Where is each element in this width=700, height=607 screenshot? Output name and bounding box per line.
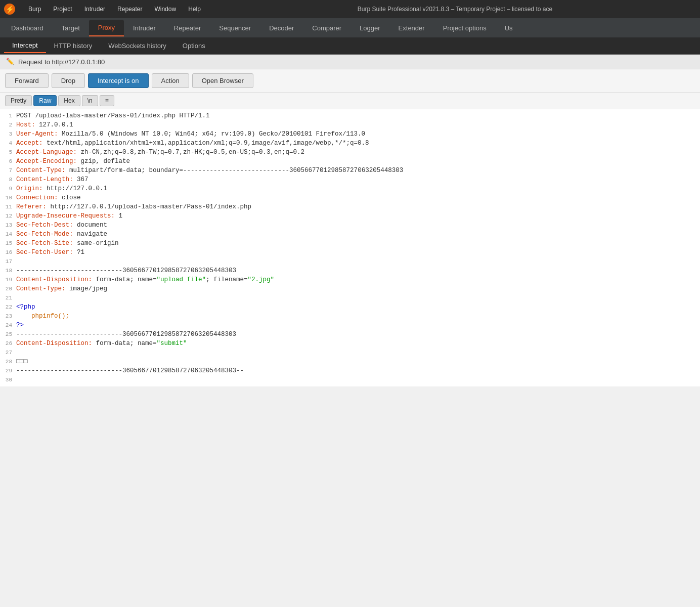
- main-tabs: Dashboard Target Proxy Intruder Repeater…: [0, 18, 700, 37]
- code-line-3: 3 User-Agent: Mozilla/5.0 (Windows NT 10…: [0, 129, 700, 139]
- subtab-options[interactable]: Options: [174, 39, 213, 53]
- code-line-13: 13 Sec-Fetch-Dest: document: [0, 221, 700, 230]
- menu-burp[interactable]: Burp: [23, 4, 46, 15]
- tab-proxy[interactable]: Proxy: [89, 20, 124, 36]
- request-url: Request to http://127.0.0.1:80: [18, 58, 105, 66]
- code-line-22: 22 <?php: [0, 302, 700, 312]
- code-line-9: 9 Origin: http://127.0.0.1: [0, 184, 700, 193]
- code-line-4: 4 Accept: text/html,application/xhtml+xm…: [0, 139, 700, 148]
- code-line-8: 8 Content-Length: 367: [0, 175, 700, 184]
- code-line-30: 30: [0, 375, 700, 384]
- code-line-18: 18 ----------------------------360566770…: [0, 266, 700, 275]
- code-line-21: 21: [0, 293, 700, 302]
- code-line-25: 25 ----------------------------360566770…: [0, 330, 700, 339]
- subtab-websockets-history[interactable]: WebSockets history: [100, 39, 174, 53]
- tab-comparer[interactable]: Comparer: [303, 20, 351, 36]
- sub-tabs: Intercept HTTP history WebSockets histor…: [0, 37, 700, 55]
- view-modes: Pretty Raw Hex \n ≡: [0, 93, 700, 109]
- tab-repeater[interactable]: Repeater: [165, 20, 210, 36]
- tab-extender[interactable]: Extender: [389, 20, 434, 36]
- tab-sequencer[interactable]: Sequencer: [210, 20, 260, 36]
- intercept-on-button[interactable]: Intercept is on: [88, 73, 149, 88]
- subtab-intercept[interactable]: Intercept: [4, 38, 46, 53]
- code-line-7: 7 Content-Type: multipart/form-data; bou…: [0, 166, 700, 175]
- tab-us[interactable]: Us: [496, 20, 522, 36]
- code-line-28: 28 □□□: [0, 357, 700, 366]
- tab-dashboard[interactable]: Dashboard: [2, 20, 53, 36]
- code-line-14: 14 Sec-Fetch-Mode: navigate: [0, 230, 700, 239]
- code-line-16: 16 Sec-Fetch-User: ?1: [0, 248, 700, 257]
- menu-project[interactable]: Project: [48, 4, 77, 15]
- subtab-http-history[interactable]: HTTP history: [46, 39, 101, 53]
- code-line-15: 15 Sec-Fetch-Site: same-origin: [0, 239, 700, 248]
- app-title: Burp Suite Professional v2021.8.3 – Temp…: [214, 6, 696, 13]
- code-line-23: 23 phpinfo();: [0, 312, 700, 321]
- code-line-19: 19 Content-Disposition: form-data; name=…: [0, 275, 700, 284]
- code-line-11: 11 Referer: http://127.0.0.1/upload-labs…: [0, 202, 700, 211]
- forward-button[interactable]: Forward: [5, 73, 49, 88]
- menu-window[interactable]: Window: [149, 4, 181, 15]
- titlebar: ⚡ Burp Project Intruder Repeater Window …: [0, 0, 700, 18]
- code-line-26: 26 Content-Disposition: form-data; name=…: [0, 339, 700, 348]
- code-line-27: 27: [0, 348, 700, 357]
- code-line-24: 24 ?>: [0, 321, 700, 330]
- code-line-1: 1 POST /upload-labs-master/Pass-01/index…: [0, 111, 700, 120]
- view-hex[interactable]: Hex: [58, 95, 80, 106]
- menu-help[interactable]: Help: [183, 4, 206, 15]
- tab-logger[interactable]: Logger: [351, 20, 389, 36]
- code-line-12: 12 Upgrade-Insecure-Requests: 1: [0, 211, 700, 221]
- view-settings[interactable]: ≡: [100, 95, 114, 106]
- code-line-5: 5 Accept-Language: zh-CN,zh;q=0.8,zh-TW;…: [0, 148, 700, 157]
- app-logo: ⚡: [4, 4, 15, 15]
- toolbar: Forward Drop Intercept is on Action Open…: [0, 69, 700, 93]
- code-line-2: 2 Host: 127.0.0.1: [0, 120, 700, 129]
- code-line-20: 20 Content-Type: image/jpeg: [0, 284, 700, 293]
- code-line-29: 29 ----------------------------360566770…: [0, 366, 700, 375]
- tab-project-options[interactable]: Project options: [434, 20, 496, 36]
- view-pretty[interactable]: Pretty: [5, 95, 32, 106]
- menu-repeater[interactable]: Repeater: [112, 4, 147, 15]
- open-browser-button[interactable]: Open Browser: [192, 73, 253, 88]
- tab-intruder[interactable]: Intruder: [124, 20, 165, 36]
- request-body[interactable]: 1 POST /upload-labs-master/Pass-01/index…: [0, 109, 700, 386]
- code-line-6: 6 Accept-Encoding: gzip, deflate: [0, 157, 700, 166]
- titlebar-menus: Burp Project Intruder Repeater Window He…: [23, 4, 206, 15]
- drop-button[interactable]: Drop: [52, 73, 85, 88]
- code-line-10: 10 Connection: close: [0, 193, 700, 202]
- code-line-17: 17: [0, 257, 700, 266]
- action-button[interactable]: Action: [152, 73, 189, 88]
- view-raw[interactable]: Raw: [33, 95, 57, 106]
- request-header-bar: ✏️ Request to http://127.0.0.1:80: [0, 55, 700, 69]
- view-newline[interactable]: \n: [82, 95, 98, 106]
- edit-icon: ✏️: [6, 58, 14, 66]
- tab-target[interactable]: Target: [53, 20, 89, 36]
- menu-intruder[interactable]: Intruder: [79, 4, 110, 15]
- tab-decoder[interactable]: Decoder: [260, 20, 303, 36]
